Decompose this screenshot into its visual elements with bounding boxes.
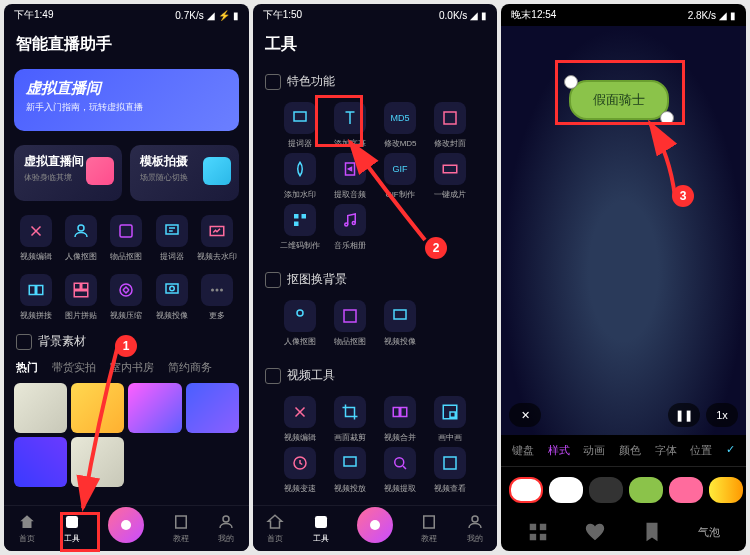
svg-point-13 <box>215 289 218 292</box>
bubble-style[interactable] <box>669 477 703 503</box>
tool-grid-1: 视频编辑 人像抠图 物品抠图 提词器 视频去水印 <box>4 209 249 268</box>
nav-mine[interactable]: 我的 <box>466 513 484 544</box>
svg-rect-2 <box>166 225 178 234</box>
bubble-style[interactable] <box>589 477 623 503</box>
tool-image-collage[interactable]: 图片拼贴 <box>59 274 102 321</box>
svg-rect-24 <box>301 214 306 219</box>
tool-more[interactable]: 更多 <box>195 274 238 321</box>
resize-handle[interactable] <box>564 75 578 89</box>
close-button[interactable]: ✕ <box>509 403 541 427</box>
tool-grid-2: 视频拼接 图片拼贴 视频压缩 视频投像 更多 <box>4 268 249 327</box>
tool-compress[interactable]: 视频压缩 <box>105 274 148 321</box>
bubble-label[interactable]: 气泡 <box>698 525 720 540</box>
tool-watermark[interactable]: 视频去水印 <box>195 215 238 262</box>
tool-merge[interactable]: 视频合并 <box>377 396 423 443</box>
tool-oneclick[interactable]: 一键成片 <box>427 153 473 200</box>
tool-gif[interactable]: GIFGIF制作 <box>377 153 423 200</box>
bubble-style[interactable] <box>509 477 543 503</box>
nav-tools[interactable]: 工具 <box>312 513 330 544</box>
battery-icon: ▮ <box>233 10 239 21</box>
subtitle-bubble[interactable]: 假面骑士 <box>569 80 669 120</box>
bg-thumb[interactable] <box>128 383 181 433</box>
tab-position[interactable]: 位置 <box>690 443 712 458</box>
svg-rect-7 <box>82 283 88 289</box>
bubble-style[interactable] <box>629 477 663 503</box>
tool-crop[interactable]: 画面裁剪 <box>327 396 373 443</box>
tool-add-watermark[interactable]: 添加水印 <box>277 153 323 200</box>
nav-camera[interactable] <box>108 507 144 543</box>
bg-thumb[interactable] <box>71 383 124 433</box>
signal-icon: ◢ <box>719 10 727 21</box>
bg-thumb[interactable] <box>186 383 239 433</box>
bottom-nav: 首页 工具 教程 我的 <box>4 505 249 551</box>
tool-object-cutout[interactable]: 物品抠图 <box>327 300 373 347</box>
status-bar: 下午1:49 0.7K/s ◢ ⚡ ▮ <box>4 4 249 26</box>
grid-icon[interactable] <box>527 521 549 543</box>
tool-portrait-cutout[interactable]: 人像抠图 <box>277 300 323 347</box>
tool-music-album[interactable]: 音乐相册 <box>327 204 373 251</box>
battery-icon: ▮ <box>481 10 487 21</box>
tool-cast[interactable]: 视频投像 <box>150 274 193 321</box>
bg-thumb[interactable] <box>14 437 67 487</box>
tool-qrcode[interactable]: 二维码制作 <box>277 204 323 251</box>
bottom-nav: 首页 工具 教程 我的 <box>253 505 498 551</box>
tool-teleprompter[interactable]: 提词器 <box>277 102 323 149</box>
heart-icon[interactable] <box>584 521 606 543</box>
tab-indoor[interactable]: 室内书房 <box>110 360 154 375</box>
nav-home[interactable]: 首页 <box>18 513 36 544</box>
tool-view[interactable]: 视频查看 <box>427 447 473 494</box>
tool-md5[interactable]: MD5修改MD5 <box>377 102 423 149</box>
tab-color[interactable]: 颜色 <box>619 443 641 458</box>
card-template-shoot[interactable]: 模板拍摄 场景随心切换 <box>130 145 238 201</box>
nav-home[interactable]: 首页 <box>266 513 284 544</box>
annotation-badge-2: 2 <box>425 237 447 259</box>
nav-camera[interactable] <box>357 507 393 543</box>
status-bar: 下午1:50 0.0K/s◢▮ <box>253 4 498 26</box>
edit-bottom: 气泡 <box>501 513 746 551</box>
tool-speed[interactable]: 视频变速 <box>277 447 323 494</box>
video-preview[interactable]: 假面骑士 ✕ ❚❚ 1x <box>501 26 746 435</box>
tab-keyboard[interactable]: 键盘 <box>512 443 534 458</box>
confirm-icon[interactable]: ✓ <box>726 443 735 458</box>
bubble-style[interactable] <box>709 477 743 503</box>
tool-teleprompter[interactable]: 提词器 <box>150 215 193 262</box>
svg-rect-38 <box>444 457 456 469</box>
tab-style[interactable]: 样式 <box>548 443 570 458</box>
pause-button[interactable]: ❚❚ <box>668 403 700 427</box>
tool-cover[interactable]: 修改封面 <box>427 102 473 149</box>
banner-subtitle: 新手入门指南，玩转虚拟直播 <box>26 101 227 114</box>
promo-banner[interactable]: 虚拟直播间 新手入门指南，玩转虚拟直播 <box>14 69 239 131</box>
tab-business[interactable]: 简约商务 <box>168 360 212 375</box>
tool-extract[interactable]: 视频提取 <box>377 447 423 494</box>
nav-tutorial[interactable]: 教程 <box>420 513 438 544</box>
tool-object[interactable]: 物品抠图 <box>105 215 148 262</box>
tool-extract-audio[interactable]: 提取音频 <box>327 153 373 200</box>
tool-add-subtitle[interactable]: 添加字幕 <box>327 102 373 149</box>
tab-shop[interactable]: 带货实拍 <box>52 360 96 375</box>
svg-point-16 <box>121 520 131 530</box>
svg-rect-46 <box>540 534 546 540</box>
card-virtual-room[interactable]: 虚拟直播间 体验身临其境 <box>14 145 122 201</box>
tool-video-join[interactable]: 视频拼接 <box>14 274 57 321</box>
bg-thumb[interactable] <box>14 383 67 433</box>
tool-play[interactable]: 视频投放 <box>327 447 373 494</box>
svg-rect-45 <box>530 534 536 540</box>
tab-animation[interactable]: 动画 <box>583 443 605 458</box>
tool-pip[interactable]: 画中画 <box>427 396 473 443</box>
nav-tutorial[interactable]: 教程 <box>172 513 190 544</box>
nav-mine[interactable]: 我的 <box>217 513 235 544</box>
svg-rect-44 <box>540 524 546 530</box>
bookmark-icon[interactable] <box>641 521 663 543</box>
svg-rect-31 <box>393 408 399 417</box>
nav-tools[interactable]: 工具 <box>63 513 81 544</box>
tool-video-edit[interactable]: 视频编辑 <box>14 215 57 262</box>
tab-font[interactable]: 字体 <box>655 443 677 458</box>
bubble-style[interactable] <box>549 477 583 503</box>
bg-thumb[interactable] <box>71 437 124 487</box>
page-title: 工具 <box>253 26 498 63</box>
tool-video-cast[interactable]: 视频投像 <box>377 300 423 347</box>
speed-button[interactable]: 1x <box>706 403 738 427</box>
tool-video-edit[interactable]: 视频编辑 <box>277 396 323 443</box>
tab-hot[interactable]: 热门 <box>16 360 38 375</box>
tool-portrait[interactable]: 人像抠图 <box>59 215 102 262</box>
